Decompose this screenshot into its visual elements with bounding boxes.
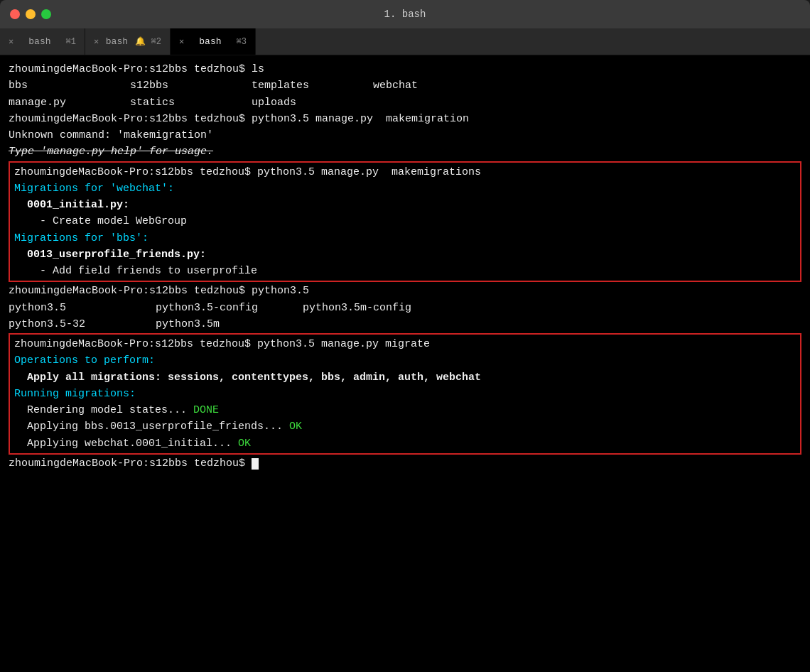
bell-icon: 🔔	[135, 36, 146, 47]
terminal-line: Applying webchat.0001_initial... OK	[14, 435, 796, 452]
window-title: 1. bash	[384, 9, 426, 20]
terminal-prompt-final: zhoumingdeMacBook-Pro:s12bbs tedzhou$	[9, 455, 801, 472]
terminal-line: Migrations for 'bbs':	[14, 230, 796, 246]
terminal-line: bbs s12bbs templates webchat	[9, 77, 801, 94]
terminal-line: Unknown command: 'makemigration'	[9, 127, 801, 143]
terminal-line: zhoumingdeMacBook-Pro:s12bbs tedzhou$ py…	[14, 336, 796, 352]
terminal-line: python3.5 python3.5-config python3.5m-co…	[9, 300, 801, 316]
terminal-line: zhoumingdeMacBook-Pro:s12bbs tedzhou$ ls	[9, 61, 801, 77]
maximize-button[interactable]	[41, 9, 51, 19]
tab-3-shortcut: ⌘3	[237, 36, 247, 47]
terminal-line: 0001_initial.py:	[14, 197, 796, 213]
terminal-line: manage.py statics uploads	[9, 94, 801, 111]
terminal-line: zhoumingdeMacBook-Pro:s12bbs tedzhou$ py…	[9, 111, 801, 127]
tab-3-label: bash	[190, 36, 230, 47]
tab-spacer	[256, 28, 810, 55]
makemigrations-box: zhoumingdeMacBook-Pro:s12bbs tedzhou$ py…	[9, 161, 801, 283]
tab-1-close-icon[interactable]: ✕	[9, 36, 14, 47]
tab-1-label: bash	[19, 36, 60, 47]
terminal-line: 0013_userprofile_friends.py:	[14, 246, 796, 263]
close-button[interactable]	[10, 9, 20, 19]
terminal-line: Applying bbs.0013_userprofile_friends...…	[14, 418, 796, 435]
terminal-line: python3.5-32 python3.5m	[9, 316, 801, 332]
tab-3[interactable]: ✕ bash ⌘3	[171, 28, 256, 55]
terminal-line: - Add field friends to userprofile	[14, 263, 796, 279]
tab-3-close-icon[interactable]: ✕	[179, 36, 184, 47]
terminal-line: Type 'manage.py help' for usage.	[9, 143, 801, 160]
terminal-line: - Create model WebGroup	[14, 213, 796, 229]
titlebar: 1. bash	[0, 0, 810, 28]
terminal-line: Rendering model states... DONE	[14, 402, 796, 418]
tabbar: ✕ bash ⌘1 ✕ bash 🔔 ⌘2 ✕ bash ⌘3	[0, 28, 810, 55]
tab-2-close-icon[interactable]: ✕	[94, 36, 99, 47]
terminal-line: Running migrations:	[14, 386, 796, 402]
migrate-box: zhoumingdeMacBook-Pro:s12bbs tedzhou$ py…	[9, 333, 801, 455]
terminal-line: Operations to perform:	[14, 352, 796, 369]
tab-1-shortcut: ⌘1	[66, 36, 76, 47]
terminal-content[interactable]: zhoumingdeMacBook-Pro:s12bbs tedzhou$ ls…	[0, 55, 810, 672]
tab-2-shortcut: ⌘2	[151, 36, 161, 47]
tab-2-label: bash	[104, 36, 129, 47]
terminal-line: Migrations for 'webchat':	[14, 180, 796, 197]
tab-1[interactable]: ✕ bash ⌘1	[0, 28, 85, 55]
terminal-line: zhoumingdeMacBook-Pro:s12bbs tedzhou$ py…	[14, 164, 796, 180]
cursor	[252, 458, 259, 470]
minimize-button[interactable]	[26, 9, 36, 19]
traffic-lights	[10, 9, 51, 19]
terminal-line: Apply all migrations: sessions, contentt…	[14, 369, 796, 386]
tab-2[interactable]: ✕ bash 🔔 ⌘2	[85, 28, 171, 55]
terminal-line: zhoumingdeMacBook-Pro:s12bbs tedzhou$ py…	[9, 283, 801, 299]
